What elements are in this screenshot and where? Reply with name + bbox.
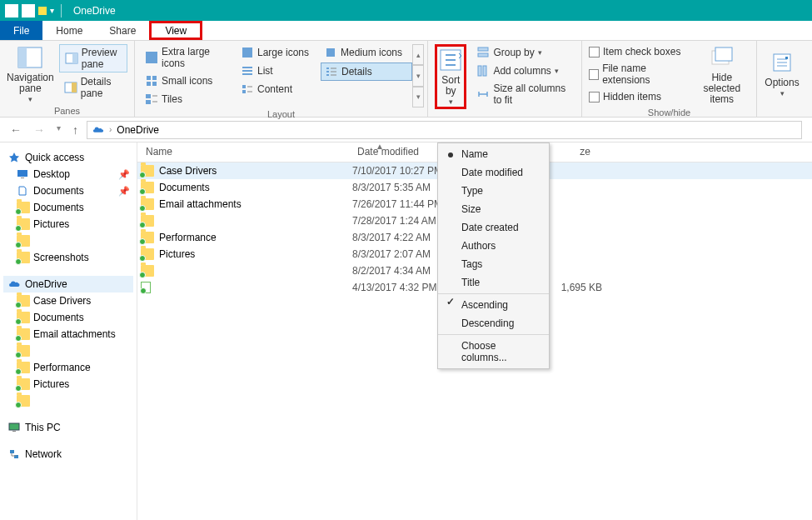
file-name-extensions-checkbox[interactable]: File name extensions xyxy=(589,62,689,86)
tree-network[interactable]: Network xyxy=(3,446,133,462)
tree-documents-pinned[interactable]: Documents📌 xyxy=(3,182,133,199)
onedrive-icon xyxy=(5,4,18,18)
back-button[interactable]: ← xyxy=(10,123,22,137)
layout-large-icons[interactable]: Large icons xyxy=(237,44,321,61)
gallery-scroll[interactable]: ▴▾▾ xyxy=(412,44,424,108)
tree-documents[interactable]: Documents xyxy=(3,199,133,216)
hide-selected-button[interactable]: Hide selected items xyxy=(694,44,750,106)
sort-menu-authors[interactable]: Authors xyxy=(438,237,549,255)
window-title: OneDrive xyxy=(73,5,116,17)
layout-details[interactable]: Details xyxy=(321,62,412,81)
options-icon xyxy=(769,49,795,76)
svg-rect-10 xyxy=(152,82,157,86)
layout-xl-icon xyxy=(145,51,158,64)
sort-menu-date-created[interactable]: Date created xyxy=(438,218,549,237)
layout-small-icon xyxy=(145,74,158,88)
sort-by-button[interactable]: Sort by ▾ xyxy=(435,44,466,109)
forward-button[interactable]: → xyxy=(33,123,45,137)
folder-icon xyxy=(17,328,28,340)
tree-item-hidden-3[interactable] xyxy=(3,392,133,409)
col-name[interactable]: Name xyxy=(137,142,349,162)
folder-icon xyxy=(141,182,154,193)
details-pane-button[interactable]: Details pane xyxy=(59,74,127,101)
folder-icon xyxy=(17,362,28,373)
group-current-view: Sort by ▾ Group by▾ ＋ Add columns▾ Size … xyxy=(428,41,582,117)
preview-pane-button[interactable]: Preview pane xyxy=(59,44,127,72)
tree-this-pc[interactable]: This PC xyxy=(3,419,133,436)
tab-share[interactable]: Share xyxy=(96,21,149,40)
sort-menu-choose-columns[interactable]: Choose columns... xyxy=(438,334,549,367)
tree-od-pictures[interactable]: Pictures xyxy=(3,376,133,392)
navigation-pane-button[interactable]: Navigation pane ▾ xyxy=(7,44,54,104)
navigation-pane-icon xyxy=(17,44,43,71)
sort-menu-tags[interactable]: Tags xyxy=(438,255,549,273)
folder-qat-icon[interactable] xyxy=(38,7,47,15)
sort-menu-ascending[interactable]: Ascending xyxy=(438,293,549,314)
sort-menu-name[interactable]: Name xyxy=(438,145,549,163)
qat-dropdown-icon[interactable]: ▾ xyxy=(50,6,54,15)
tree-screenshots[interactable]: Screenshots xyxy=(3,249,133,266)
group-current-view-label xyxy=(435,109,575,121)
group-show-hide-label: Show/hide xyxy=(589,106,750,118)
folder-icon xyxy=(17,252,28,263)
layout-gallery: Extra large icons Small icons Tiles Larg… xyxy=(142,44,424,108)
layout-extra-large-icons[interactable]: Extra large icons xyxy=(142,44,237,71)
item-check-boxes-checkbox[interactable]: Item check boxes xyxy=(589,46,689,58)
tree-od-documents[interactable]: Documents xyxy=(3,309,133,326)
checkbox-icon xyxy=(589,69,599,80)
tab-home[interactable]: Home xyxy=(42,21,96,40)
svg-rect-19 xyxy=(242,85,246,88)
nav-row: ← → ▾ ↑ › OneDrive xyxy=(0,118,812,142)
file-date: 7/28/2017 1:24 AM xyxy=(352,215,444,227)
separator xyxy=(61,4,62,18)
tab-file[interactable]: File xyxy=(0,21,42,40)
save-qat-icon[interactable] xyxy=(22,4,35,18)
ribbon: Navigation pane ▾ Preview pane Details p… xyxy=(0,41,812,118)
col-date-modified[interactable]: Date modified xyxy=(349,142,441,162)
tree-od-email-attachments[interactable]: Email attachments xyxy=(3,326,133,342)
tab-view[interactable]: View xyxy=(149,21,202,40)
address-bar[interactable]: › OneDrive xyxy=(87,121,802,139)
sort-menu-descending[interactable]: Descending xyxy=(438,314,549,332)
recent-dropdown-icon[interactable]: ▾ xyxy=(57,123,61,137)
file-date: 7/26/2017 11:44 PM xyxy=(352,198,444,210)
sort-menu-title[interactable]: Title xyxy=(438,273,549,292)
sort-by-menu: Name Date modified Type Size Date create… xyxy=(437,142,550,369)
sort-menu-size[interactable]: Size xyxy=(438,200,549,218)
tree-desktop[interactable]: Desktop📌 xyxy=(3,166,133,182)
tree-pictures[interactable]: Pictures xyxy=(3,216,133,232)
sort-menu-date-modified[interactable]: Date modified xyxy=(438,163,549,182)
qat: ▾ xyxy=(5,4,65,18)
col-size-partial[interactable]: ze xyxy=(549,142,599,162)
tree-quick-access[interactable]: Quick access xyxy=(3,149,133,166)
chevron-down-icon: ▾ xyxy=(538,48,542,57)
svg-rect-40 xyxy=(17,170,27,177)
svg-rect-15 xyxy=(242,48,252,58)
tree-od-performance[interactable]: Performance xyxy=(3,359,133,376)
file-name: Email attachments xyxy=(159,198,242,210)
layout-small-icons[interactable]: Small icons xyxy=(142,72,237,89)
sort-menu-type[interactable]: Type xyxy=(438,182,549,200)
hidden-items-checkbox[interactable]: Hidden items xyxy=(589,91,689,102)
layout-tiles[interactable]: Tiles xyxy=(142,91,237,108)
layout-content[interactable]: Content xyxy=(237,81,321,98)
size-columns-label: Size all columns to fit xyxy=(493,82,570,106)
file-name: Pictures xyxy=(159,248,195,260)
group-show-hide: Item check boxes File name extensions Hi… xyxy=(582,41,757,117)
navigation-pane-label: Navigation pane xyxy=(7,72,54,94)
breadcrumb[interactable]: OneDrive xyxy=(117,124,159,136)
tree-item-hidden-2[interactable] xyxy=(3,342,133,359)
tree-od-case-drivers[interactable]: Case Drivers xyxy=(3,292,133,309)
tree-onedrive[interactable]: OneDrive xyxy=(3,276,133,292)
svg-rect-31 xyxy=(478,48,488,51)
group-by-button[interactable]: Group by▾ xyxy=(471,44,575,61)
options-button[interactable]: Options ▾ xyxy=(764,44,800,103)
layout-medium-icons[interactable]: Medium icons xyxy=(321,44,412,61)
file-date: 8/3/2017 2:07 AM xyxy=(352,248,444,260)
size-columns-button[interactable]: Size all columns to fit xyxy=(471,81,575,108)
up-button[interactable]: ↑ xyxy=(72,123,78,137)
star-icon xyxy=(8,152,20,163)
tree-item-hidden[interactable] xyxy=(3,232,133,249)
layout-list[interactable]: List xyxy=(237,62,321,79)
add-columns-button[interactable]: ＋ Add columns▾ xyxy=(471,62,575,79)
